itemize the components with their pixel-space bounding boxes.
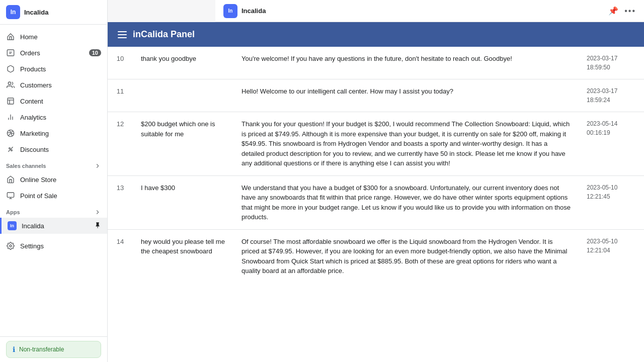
app-name: Incalida [24,9,48,16]
panel-title: inCalida Panel [133,29,195,40]
sidebar-item-products-label: Products [20,65,46,73]
pin-topbar-icon[interactable]: 📌 [608,6,618,16]
settings-icon [6,241,15,250]
sidebar-item-marketing-label: Marketing [20,130,49,137]
sidebar-item-discounts-label: Discounts [20,146,49,153]
table-row: 10 thank you goodbye You're welcome! If … [108,47,644,79]
sidebar-item-discounts[interactable]: Discounts [0,141,107,157]
sidebar-item-pos[interactable]: Point of Sale [0,188,107,204]
apps-section: Apps [0,204,107,218]
row-message [133,79,233,112]
sidebar-item-analytics-label: Analytics [20,114,46,121]
home-icon [6,32,15,41]
topbar-right: 📌 ••• [608,6,636,16]
products-icon [6,64,15,73]
main-content: In Incalida 📌 ••• inCalida Panel 10 than… [108,0,644,362]
sales-channels-section: Sales channels [0,157,107,171]
sidebar-item-content[interactable]: Content [0,93,107,109]
svg-rect-4 [8,98,14,104]
row-message: thank you goodbye [133,47,233,79]
pos-icon [6,191,15,200]
sidebar-item-orders-label: Orders [20,49,40,57]
chat-table: 10 thank you goodbye You're welcome! If … [108,47,644,362]
row-id: 10 [108,47,133,79]
row-message: $200 budget which one is suitable for me [133,112,233,176]
row-id: 13 [108,175,133,229]
pin-icon [94,222,101,230]
topbar-left: In Incalida [223,4,266,18]
non-transferable-badge: ℹ Non-transferable [6,341,101,358]
topbar-app-name: Incalida [242,7,266,15]
info-icon: ℹ [13,345,15,353]
row-response: Thank you for your question! If your bud… [233,112,579,176]
sidebar-item-marketing[interactable]: Marketing [0,125,107,141]
svg-rect-14 [7,193,14,197]
messages-table: 10 thank you goodbye You're welcome! If … [108,47,644,283]
svg-point-12 [11,150,13,151]
row-response: We understand that you have a budget of … [233,175,579,229]
row-response: You're welcome! If you have any question… [233,47,579,79]
sidebar-item-customers-label: Customers [20,81,52,89]
sidebar-bottom: ℹ Non-transferable [0,336,107,362]
table-row: 13 I have $300 We understand that you ha… [108,175,644,229]
table-row: 12 $200 budget which one is suitable for… [108,112,644,176]
svg-point-11 [9,148,11,149]
row-response: Of course! The most affordable snowboard… [233,229,579,283]
row-timestamp: 2023-05-14 00:16:19 [579,112,644,176]
topbar: In Incalida 📌 ••• [215,0,644,22]
table-row: 14 hey would you please tell me the chea… [108,229,644,283]
sidebar: In Incalida Home Orders 10 Products [0,0,108,362]
incalida-icon: In [8,221,17,230]
svg-point-3 [8,82,11,84]
svg-point-17 [10,245,12,247]
sidebar-item-analytics[interactable]: Analytics [0,109,107,125]
row-message: hey would you please tell me the cheapes… [133,229,233,283]
non-transferable-label: Non-transferable [19,346,64,353]
panel-header: inCalida Panel [108,22,644,47]
settings-label: Settings [20,242,44,250]
sidebar-nav: Home Orders 10 Products Customers [0,25,107,336]
app-logo: In [6,5,20,19]
hamburger-menu[interactable] [118,31,127,38]
sidebar-item-settings[interactable]: Settings [0,238,107,254]
store-icon [6,175,15,184]
orders-badge: 10 [89,49,101,56]
analytics-icon [6,113,15,122]
row-timestamp: 2023-05-10 12:21:45 [579,175,644,229]
sidebar-item-customers[interactable]: Customers [0,77,107,93]
marketing-icon [6,129,15,138]
row-id: 11 [108,79,133,112]
pos-label: Point of Sale [20,192,57,200]
row-id: 12 [108,112,133,176]
app-logo-topbar: In [223,4,237,18]
sidebar-item-products[interactable]: Products [0,61,107,77]
row-timestamp: 2023-03-17 18:59:50 [579,47,644,79]
row-message: I have $300 [133,175,233,229]
row-id: 14 [108,229,133,283]
svg-rect-0 [7,50,14,56]
sidebar-item-orders[interactable]: Orders 10 [0,45,107,61]
orders-icon [6,48,15,57]
incalida-label: Incalida [22,222,44,230]
sidebar-header: In Incalida [0,0,107,25]
sidebar-item-online-store[interactable]: Online Store [0,171,107,188]
row-response: Hello! Welcome to our intelligent call c… [233,79,579,112]
row-timestamp: 2023-03-17 18:59:24 [579,79,644,112]
sidebar-item-incalida[interactable]: In Incalida [0,218,107,234]
online-store-label: Online Store [20,176,56,184]
discounts-icon [6,145,15,154]
sidebar-item-content-label: Content [20,98,43,105]
table-row: 11 Hello! Welcome to our intelligent cal… [108,79,644,112]
customers-icon [6,80,15,89]
sidebar-item-home-label: Home [20,33,38,41]
content-icon [6,97,15,106]
more-options-icon[interactable]: ••• [624,7,636,16]
sidebar-item-home[interactable]: Home [0,29,107,45]
row-timestamp: 2023-05-10 12:21:04 [579,229,644,283]
